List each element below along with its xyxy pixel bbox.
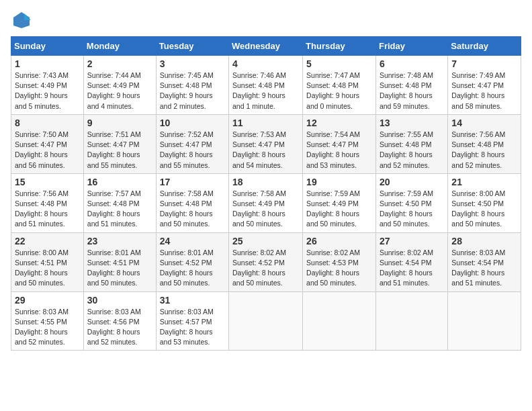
day-info: Sunrise: 7:54 AMSunset: 4:47 PMDaylight:… xyxy=(306,130,360,169)
day-info: Sunrise: 8:03 AMSunset: 4:54 PMDaylight:… xyxy=(451,248,505,287)
day-number: 20 xyxy=(380,177,444,187)
calendar-cell: 29Sunrise: 8:03 AMSunset: 4:55 PMDayligh… xyxy=(11,291,84,351)
calendar-cell: 5Sunrise: 7:47 AMSunset: 4:48 PMDaylight… xyxy=(303,56,376,115)
calendar-cell: 7Sunrise: 7:49 AMSunset: 4:47 PMDaylight… xyxy=(448,56,521,115)
calendar-cell: 8Sunrise: 7:50 AMSunset: 4:47 PMDaylight… xyxy=(11,114,84,173)
header-monday: Monday xyxy=(83,37,156,56)
day-info: Sunrise: 8:01 AMSunset: 4:51 PMDaylight:… xyxy=(87,248,141,287)
header-friday: Friday xyxy=(375,37,447,56)
day-number: 9 xyxy=(87,118,152,128)
day-number: 3 xyxy=(160,58,225,69)
svg-marker-1 xyxy=(24,13,31,20)
calendar-cell: 16Sunrise: 7:57 AMSunset: 4:48 PMDayligh… xyxy=(83,173,156,232)
header-thursday: Thursday xyxy=(303,37,376,56)
day-number: 18 xyxy=(232,177,299,187)
calendar-cell: 24Sunrise: 8:01 AMSunset: 4:52 PMDayligh… xyxy=(156,232,228,291)
day-info: Sunrise: 7:52 AMSunset: 4:47 PMDaylight:… xyxy=(160,130,214,169)
day-number: 30 xyxy=(87,295,152,306)
calendar-cell: 4Sunrise: 7:46 AMSunset: 4:48 PMDaylight… xyxy=(229,56,303,115)
day-info: Sunrise: 7:56 AMSunset: 4:48 PMDaylight:… xyxy=(451,130,505,169)
calendar-cell xyxy=(303,291,376,351)
logo-icon xyxy=(12,11,31,30)
day-info: Sunrise: 7:51 AMSunset: 4:47 PMDaylight:… xyxy=(87,130,141,169)
day-info: Sunrise: 7:44 AMSunset: 4:49 PMDaylight:… xyxy=(87,71,141,110)
day-number: 5 xyxy=(306,58,372,69)
calendar-cell: 14Sunrise: 7:56 AMSunset: 4:48 PMDayligh… xyxy=(448,114,521,173)
calendar-week-4: 22Sunrise: 8:00 AMSunset: 4:51 PMDayligh… xyxy=(11,232,521,291)
day-number: 29 xyxy=(15,295,80,306)
day-info: Sunrise: 8:03 AMSunset: 4:55 PMDaylight:… xyxy=(15,308,69,347)
calendar-cell: 18Sunrise: 7:58 AMSunset: 4:49 PMDayligh… xyxy=(229,173,303,232)
day-number: 23 xyxy=(87,236,152,246)
calendar-header-row: SundayMondayTuesdayWednesdayThursdayFrid… xyxy=(11,37,521,56)
day-number: 15 xyxy=(15,177,80,187)
day-info: Sunrise: 7:59 AMSunset: 4:50 PMDaylight:… xyxy=(380,189,433,228)
calendar-cell: 19Sunrise: 7:59 AMSunset: 4:49 PMDayligh… xyxy=(303,173,376,232)
day-info: Sunrise: 7:45 AMSunset: 4:48 PMDaylight:… xyxy=(160,71,214,110)
day-info: Sunrise: 8:00 AMSunset: 4:50 PMDaylight:… xyxy=(451,189,505,228)
calendar-cell xyxy=(229,291,303,351)
day-info: Sunrise: 8:03 AMSunset: 4:56 PMDaylight:… xyxy=(87,308,141,347)
calendar-cell: 3Sunrise: 7:45 AMSunset: 4:48 PMDaylight… xyxy=(156,56,228,115)
calendar-cell: 27Sunrise: 8:02 AMSunset: 4:54 PMDayligh… xyxy=(375,232,447,291)
day-info: Sunrise: 7:58 AMSunset: 4:48 PMDaylight:… xyxy=(160,189,214,228)
calendar-cell: 30Sunrise: 8:03 AMSunset: 4:56 PMDayligh… xyxy=(83,291,156,351)
day-number: 8 xyxy=(15,118,80,128)
day-number: 24 xyxy=(160,236,225,246)
header xyxy=(11,11,521,30)
calendar-cell: 1Sunrise: 7:43 AMSunset: 4:49 PMDaylight… xyxy=(11,56,84,115)
day-number: 2 xyxy=(87,58,152,69)
calendar-cell: 26Sunrise: 8:02 AMSunset: 4:53 PMDayligh… xyxy=(303,232,376,291)
day-info: Sunrise: 7:50 AMSunset: 4:47 PMDaylight:… xyxy=(15,130,69,169)
day-info: Sunrise: 8:01 AMSunset: 4:52 PMDaylight:… xyxy=(160,248,214,287)
calendar-cell: 21Sunrise: 8:00 AMSunset: 4:50 PMDayligh… xyxy=(448,173,521,232)
calendar-cell: 22Sunrise: 8:00 AMSunset: 4:51 PMDayligh… xyxy=(11,232,84,291)
day-info: Sunrise: 7:49 AMSunset: 4:47 PMDaylight:… xyxy=(451,71,505,110)
calendar-cell: 2Sunrise: 7:44 AMSunset: 4:49 PMDaylight… xyxy=(83,56,156,115)
header-sunday: Sunday xyxy=(11,37,84,56)
calendar-cell: 12Sunrise: 7:54 AMSunset: 4:47 PMDayligh… xyxy=(303,114,376,173)
calendar-cell: 20Sunrise: 7:59 AMSunset: 4:50 PMDayligh… xyxy=(375,173,447,232)
day-number: 7 xyxy=(451,58,517,69)
day-number: 22 xyxy=(15,236,80,246)
calendar-cell: 23Sunrise: 8:01 AMSunset: 4:51 PMDayligh… xyxy=(83,232,156,291)
day-number: 12 xyxy=(306,118,372,128)
calendar-cell: 6Sunrise: 7:48 AMSunset: 4:48 PMDaylight… xyxy=(375,56,447,115)
day-number: 13 xyxy=(380,118,444,128)
day-number: 19 xyxy=(306,177,372,187)
logo xyxy=(11,11,31,30)
calendar-cell: 25Sunrise: 8:02 AMSunset: 4:52 PMDayligh… xyxy=(229,232,303,291)
day-number: 16 xyxy=(87,177,152,187)
day-info: Sunrise: 8:02 AMSunset: 4:54 PMDaylight:… xyxy=(380,248,433,287)
calendar-cell: 15Sunrise: 7:56 AMSunset: 4:48 PMDayligh… xyxy=(11,173,84,232)
day-info: Sunrise: 7:56 AMSunset: 4:48 PMDaylight:… xyxy=(15,189,69,228)
calendar-cell: 11Sunrise: 7:53 AMSunset: 4:47 PMDayligh… xyxy=(229,114,303,173)
calendar-cell: 10Sunrise: 7:52 AMSunset: 4:47 PMDayligh… xyxy=(156,114,228,173)
header-wednesday: Wednesday xyxy=(229,37,303,56)
day-info: Sunrise: 8:00 AMSunset: 4:51 PMDaylight:… xyxy=(15,248,69,287)
day-number: 31 xyxy=(160,295,225,306)
day-info: Sunrise: 7:59 AMSunset: 4:49 PMDaylight:… xyxy=(306,189,360,228)
calendar-week-3: 15Sunrise: 7:56 AMSunset: 4:48 PMDayligh… xyxy=(11,173,521,232)
day-number: 14 xyxy=(451,118,517,128)
day-info: Sunrise: 8:02 AMSunset: 4:52 PMDaylight:… xyxy=(232,248,286,287)
day-info: Sunrise: 7:55 AMSunset: 4:48 PMDaylight:… xyxy=(380,130,433,169)
day-info: Sunrise: 8:03 AMSunset: 4:57 PMDaylight:… xyxy=(160,308,214,347)
header-saturday: Saturday xyxy=(448,37,521,56)
day-number: 28 xyxy=(451,236,517,246)
day-number: 21 xyxy=(451,177,517,187)
calendar-cell: 28Sunrise: 8:03 AMSunset: 4:54 PMDayligh… xyxy=(448,232,521,291)
calendar-cell: 9Sunrise: 7:51 AMSunset: 4:47 PMDaylight… xyxy=(83,114,156,173)
calendar-cell: 13Sunrise: 7:55 AMSunset: 4:48 PMDayligh… xyxy=(375,114,447,173)
day-number: 25 xyxy=(232,236,299,246)
day-number: 26 xyxy=(306,236,372,246)
calendar-cell: 17Sunrise: 7:58 AMSunset: 4:48 PMDayligh… xyxy=(156,173,228,232)
calendar-cell: 31Sunrise: 8:03 AMSunset: 4:57 PMDayligh… xyxy=(156,291,228,351)
calendar-week-2: 8Sunrise: 7:50 AMSunset: 4:47 PMDaylight… xyxy=(11,114,521,173)
header-tuesday: Tuesday xyxy=(156,37,228,56)
day-number: 27 xyxy=(380,236,444,246)
day-info: Sunrise: 7:57 AMSunset: 4:48 PMDaylight:… xyxy=(87,189,141,228)
day-number: 10 xyxy=(160,118,225,128)
day-info: Sunrise: 7:43 AMSunset: 4:49 PMDaylight:… xyxy=(15,71,69,110)
calendar-week-5: 29Sunrise: 8:03 AMSunset: 4:55 PMDayligh… xyxy=(11,291,521,351)
